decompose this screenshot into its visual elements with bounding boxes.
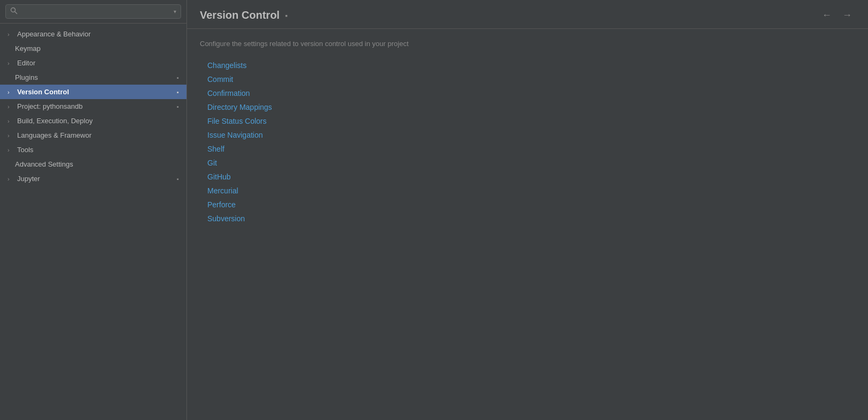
sidebar: ▾ › Appearance & Behavior Keymap › Edito…	[0, 0, 187, 420]
title-area: Version Control ▪	[200, 9, 288, 21]
sidebar-item-languages-frameworks[interactable]: › Languages & Framewor	[0, 128, 186, 142]
sidebar-item-advanced-settings[interactable]: Advanced Settings	[0, 157, 186, 171]
link-shelf[interactable]: Shelf	[207, 142, 855, 156]
sidebar-item-label: Tools	[17, 146, 179, 154]
sidebar-item-label: Appearance & Behavior	[17, 30, 179, 38]
settings-icon: ▪	[177, 89, 179, 95]
sidebar-item-label: Keymap	[15, 44, 179, 52]
sidebar-item-label: Advanced Settings	[15, 160, 179, 168]
sidebar-item-editor[interactable]: › Editor	[0, 56, 186, 70]
navigation-arrows: ← →	[819, 9, 855, 22]
main-content: Version Control ▪ ← → Configure the sett…	[187, 0, 868, 420]
sidebar-item-tools[interactable]: › Tools	[0, 142, 186, 157]
chevron-icon: ›	[8, 176, 14, 182]
search-icon	[10, 7, 18, 16]
chevron-icon: ›	[8, 89, 14, 95]
sidebar-item-label: Project: pythonsandb	[17, 102, 175, 110]
link-file-status-colors[interactable]: File Status Colors	[207, 114, 855, 128]
settings-icon: ▪	[177, 74, 179, 81]
chevron-icon: ›	[8, 118, 14, 124]
link-subversion[interactable]: Subversion	[207, 212, 855, 226]
settings-icon: ▪	[177, 103, 179, 110]
link-commit[interactable]: Commit	[207, 72, 855, 86]
search-wrapper[interactable]: ▾	[5, 4, 181, 19]
search-dropdown-icon[interactable]: ▾	[174, 9, 176, 14]
search-bar: ▾	[0, 0, 186, 24]
link-github[interactable]: GitHub	[207, 170, 855, 184]
link-mercurial[interactable]: Mercurial	[207, 184, 855, 198]
chevron-icon: ›	[8, 31, 14, 38]
sidebar-item-label: Version Control	[17, 88, 175, 96]
chevron-icon: ›	[8, 103, 14, 110]
page-title: Version Control	[200, 9, 280, 21]
link-git[interactable]: Git	[207, 156, 855, 170]
sidebar-item-build-execution-deploy[interactable]: › Build, Execution, Deploy	[0, 114, 186, 128]
chevron-icon: ›	[8, 60, 14, 66]
link-directory-mappings[interactable]: Directory Mappings	[207, 100, 855, 114]
forward-arrow[interactable]: →	[839, 9, 855, 22]
sidebar-item-plugins[interactable]: Plugins ▪	[0, 70, 186, 85]
content-body: Configure the settings related to versio…	[187, 29, 868, 420]
sidebar-item-label: Jupyter	[17, 175, 175, 183]
settings-icon: ▪	[177, 176, 179, 182]
chevron-icon: ›	[8, 147, 14, 153]
link-issue-navigation[interactable]: Issue Navigation	[207, 128, 855, 142]
chevron-icon: ›	[8, 132, 14, 139]
sidebar-item-label: Build, Execution, Deploy	[17, 117, 179, 125]
sidebar-navigation: › Appearance & Behavior Keymap › Editor …	[0, 24, 186, 420]
svg-line-1	[15, 12, 17, 14]
title-settings-icon: ▪	[285, 11, 288, 20]
sidebar-item-jupyter[interactable]: › Jupyter ▪	[0, 171, 186, 186]
sidebar-item-appearance-behavior[interactable]: › Appearance & Behavior	[0, 27, 186, 41]
sidebar-item-version-control[interactable]: › Version Control ▪	[0, 85, 186, 99]
description-text: Configure the settings related to versio…	[200, 40, 855, 48]
sidebar-item-keymap[interactable]: Keymap	[0, 41, 186, 56]
sidebar-item-project[interactable]: › Project: pythonsandb ▪	[0, 99, 186, 114]
link-confirmation[interactable]: Confirmation	[207, 86, 855, 100]
sidebar-item-label: Plugins	[15, 73, 175, 81]
sidebar-item-label: Languages & Framewor	[17, 131, 179, 139]
sidebar-item-label: Editor	[17, 59, 179, 67]
link-perforce[interactable]: Perforce	[207, 198, 855, 212]
content-header: Version Control ▪ ← →	[187, 0, 868, 29]
links-list: Changelists Commit Confirmation Director…	[200, 58, 855, 226]
back-arrow[interactable]: ←	[819, 9, 835, 22]
link-changelists[interactable]: Changelists	[207, 58, 855, 72]
search-input[interactable]	[21, 8, 170, 16]
